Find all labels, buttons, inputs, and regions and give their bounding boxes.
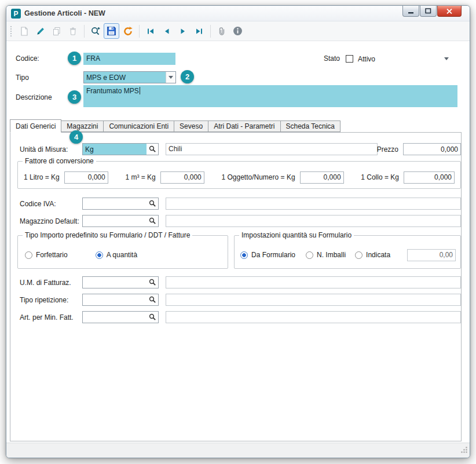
fattore-conversione-groupbox: Fattore di conversione 1 Litro = Kg 0,00… — [17, 161, 461, 189]
tipo-ripetizione-lookup-button[interactable] — [147, 294, 158, 305]
litro-input[interactable]: 0,000 — [64, 171, 108, 184]
m3-input[interactable]: 0,000 — [160, 171, 204, 184]
quantita-indicata-input[interactable]: 0,00 — [407, 249, 456, 261]
save-button[interactable] — [104, 23, 119, 39]
info-icon — [233, 26, 243, 36]
tipo-dropdown-button[interactable] — [166, 72, 175, 83]
toolbar-separator — [139, 25, 140, 38]
unita-misura-label: Unità di Misura: — [20, 145, 68, 154]
first-record-button[interactable] — [142, 23, 158, 39]
um-fatturaz-input[interactable] — [82, 276, 159, 288]
art-min-fatt-description — [166, 311, 461, 323]
attachments-button[interactable] — [214, 23, 229, 39]
radio-a-quantita-label: A quantità — [107, 251, 137, 259]
tab-seveso[interactable]: Seveso — [174, 120, 208, 132]
radio-selected-icon — [240, 251, 248, 259]
maximize-button[interactable] — [420, 6, 437, 17]
descrizione-textarea[interactable]: Frantumato MPS — [83, 85, 457, 107]
descrizione-label: Descrizione — [16, 93, 52, 101]
search-icon — [149, 217, 156, 225]
gestione-articoli-window: P Gestione Articoli - NEW — [6, 5, 470, 458]
litro-label: 1 Litro = Kg — [24, 173, 60, 181]
stato-label: Stato — [324, 54, 340, 63]
art-min-fatt-lookup-button[interactable] — [147, 312, 158, 323]
codice-input[interactable]: FRA — [83, 53, 175, 65]
search-add-icon — [90, 26, 101, 36]
copy-icon — [52, 27, 61, 36]
tab-scheda-tecnica[interactable]: Scheda Tecnica — [281, 120, 341, 132]
tab-atri-dati-parametri[interactable]: Atri Dati - Parametri — [208, 120, 280, 132]
tipo-value: MPS e EOW — [84, 72, 166, 83]
radio-circle-icon — [355, 251, 363, 259]
next-record-button[interactable] — [175, 23, 191, 39]
art-min-fatt-value — [83, 312, 147, 323]
toolbar-grip — [10, 25, 12, 37]
app-logo-icon: P — [11, 9, 21, 19]
radio-forfettario[interactable]: Forfettario — [25, 251, 68, 259]
minimize-icon — [408, 8, 414, 14]
tipo-combobox[interactable]: MPS e EOW — [83, 71, 176, 83]
oggetto-input[interactable]: 0,000 — [300, 171, 344, 184]
stato-combobox[interactable]: Attivo — [345, 53, 458, 65]
dati-generici-panel: Unità di Misura: Kg Chili Prezzo 0,000 F… — [10, 132, 462, 441]
magazzino-default-lookup-button[interactable] — [147, 215, 158, 226]
codice-iva-input[interactable] — [82, 198, 159, 210]
codice-iva-lookup-button[interactable] — [147, 198, 158, 209]
info-button[interactable] — [230, 23, 246, 39]
collo-pair: 1 Collo = Kg 0,000 — [361, 171, 455, 184]
radio-a-quantita[interactable]: A quantità — [96, 251, 137, 259]
tipo-importo-title: Tipo Importo predefinito su Formulario /… — [23, 231, 192, 239]
m3-label: 1 m³ = Kg — [125, 173, 155, 181]
minimize-button[interactable] — [402, 6, 419, 17]
tipo-ripetizione-description — [166, 294, 461, 306]
refresh-button[interactable] — [120, 23, 136, 39]
tipo-importo-groupbox: Tipo Importo predefinito su Formulario /… — [17, 235, 228, 269]
oggetto-label: 1 Oggetto/Numero = Kg — [221, 173, 295, 181]
radio-n-imballi-label: N. Imballi — [317, 251, 346, 259]
toolbar — [6, 21, 470, 41]
search-icon — [149, 145, 156, 153]
search-records-button[interactable] — [87, 23, 103, 39]
tipo-ripetizione-input[interactable] — [82, 294, 159, 306]
radio-da-formulario[interactable]: Da Formulario — [240, 251, 295, 259]
prezzo-input[interactable]: 0,000 — [403, 143, 461, 155]
unita-misura-input[interactable]: Kg — [82, 143, 159, 155]
unita-misura-value: Kg — [83, 144, 147, 155]
last-record-button[interactable] — [191, 23, 207, 39]
window-controls — [402, 6, 462, 17]
radio-circle-icon — [25, 251, 32, 259]
m3-pair: 1 m³ = Kg 0,000 — [125, 171, 204, 184]
new-record-button[interactable] — [16, 23, 32, 39]
tipo-ripetizione-value — [83, 294, 147, 305]
tab-dati-generici[interactable]: Dati Generici — [10, 119, 61, 133]
delete-record-button[interactable] — [65, 23, 80, 39]
previous-record-button[interactable] — [159, 23, 174, 39]
radio-indicata[interactable]: Indicata — [355, 251, 390, 259]
radio-n-imballi[interactable]: N. Imballi — [306, 251, 346, 259]
tab-comunicazioni-enti[interactable]: Comunicazioni Enti — [104, 120, 174, 132]
status-bar — [6, 443, 470, 458]
tipo-importo-row: Forfettario A quantità — [18, 249, 228, 261]
stato-value: Attivo — [358, 55, 375, 63]
magazzino-default-value — [83, 215, 147, 226]
next-record-icon — [178, 27, 188, 36]
resize-grip[interactable] — [460, 445, 468, 456]
fattore-conversione-title: Fattore di conversione — [23, 157, 96, 165]
chevron-down-icon — [444, 57, 449, 60]
magazzino-default-input[interactable] — [82, 215, 159, 227]
collo-input[interactable]: 0,000 — [404, 171, 455, 184]
um-fatturaz-lookup-button[interactable] — [147, 277, 158, 288]
art-min-fatt-input[interactable] — [82, 311, 159, 323]
last-record-icon — [195, 27, 204, 36]
edit-record-button[interactable] — [32, 23, 48, 39]
search-icon — [149, 296, 156, 304]
descrizione-text: Frantumato MPS — [86, 87, 139, 95]
trash-icon — [68, 27, 78, 36]
tab-magazzini[interactable]: Magazzini — [61, 120, 104, 132]
resize-grip-icon — [460, 446, 468, 454]
close-button[interactable] — [437, 6, 462, 17]
callout-badge-3: 3 — [68, 90, 81, 104]
unita-misura-lookup-button[interactable] — [147, 144, 158, 155]
copy-record-button[interactable] — [49, 23, 64, 39]
codice-label: Codice: — [16, 54, 39, 63]
